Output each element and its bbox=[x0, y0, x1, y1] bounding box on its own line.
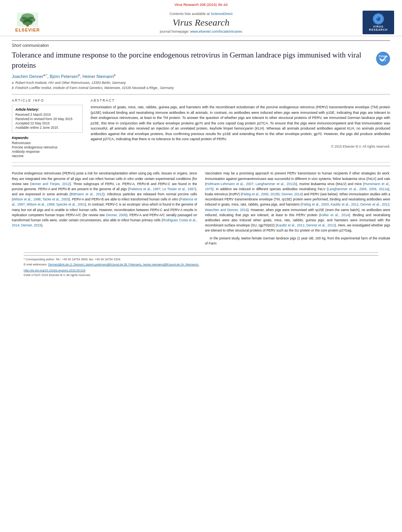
ref-tacke[interactable]: Tacke et al., 2003 bbox=[43, 197, 69, 201]
keyword-2: Porcine endogenous retrovirus bbox=[12, 145, 83, 149]
main-para-1: Porcine endogenous retroviruses (PERVs) … bbox=[12, 171, 197, 228]
header-left: ELSEVIER bbox=[8, 12, 55, 33]
crossmark-logo[interactable]: Cross Mark bbox=[376, 52, 390, 66]
article-type: Short communication bbox=[12, 40, 390, 48]
abstract-heading: ABSTRACT bbox=[91, 98, 390, 102]
article-body: Short communication Tolerance and immune… bbox=[0, 36, 402, 286]
journal-ref: Virus Research 208 (2015) 39–43 bbox=[175, 3, 228, 7]
ref-langhammer2011b[interactable]: Langhammer et al., 2011b bbox=[256, 182, 296, 186]
divider bbox=[12, 162, 390, 163]
main-para-right-2: In the present study, twelve female Germ… bbox=[205, 236, 390, 246]
ref-keller[interactable]: Keller et al., 2014 bbox=[320, 213, 349, 217]
keyword-1: Retroviruses bbox=[12, 141, 83, 145]
ref-denner2012[interactable]: Denner et al., 2012 bbox=[361, 202, 389, 206]
affil-b-marker: b bbox=[12, 85, 14, 91]
affiliations: a Robert Koch Institute, HIV and Other R… bbox=[12, 80, 390, 91]
ref-denner2012b[interactable]: Denner et al., 2012 bbox=[306, 223, 335, 227]
footer-doi: http://dx.doi.org/10.1016/j.virusres.201… bbox=[24, 268, 378, 272]
header-right: VIRUSRESEARCH bbox=[347, 11, 394, 34]
ref-denner2014[interactable]: Denner, 2014 bbox=[281, 192, 302, 196]
main-right-column: Vaccination may be a promising approach … bbox=[205, 171, 390, 248]
ref-kaulitz2011[interactable]: Kaulitz et al., 2011 bbox=[331, 202, 359, 206]
sciencedirect-link[interactable]: ScienceDirect bbox=[211, 12, 233, 16]
svg-point-4 bbox=[22, 20, 32, 25]
ref-wilson1998[interactable]: Wilson et al., 1998 bbox=[13, 197, 41, 201]
ref-denner-tonjes[interactable]: Denner and Tönjes, 2012 bbox=[30, 182, 70, 186]
header-center: Contents lists available at ScienceDirec… bbox=[55, 12, 347, 33]
author-denner-sup: a,* bbox=[43, 73, 47, 77]
footer-issn: 0168-1702/© 2015 Elsevier B.V. All right… bbox=[24, 273, 378, 277]
abstract-text: Immunisation of goats, mice, rats, rabbi… bbox=[91, 105, 390, 142]
journal-homepage: journal homepage: www.elsevier.com/locat… bbox=[55, 30, 347, 33]
received-date: Received 3 March 2015 bbox=[15, 113, 79, 117]
accepted-date: Accepted 22 May 2015 bbox=[15, 121, 79, 125]
abstract-column: ABSTRACT Immunisation of goats, mice, ra… bbox=[91, 98, 390, 158]
footer-emails: E-mail addresses: Dennerj@rki.de (J. Den… bbox=[24, 262, 378, 267]
virus-logo-icon bbox=[373, 13, 384, 24]
elsevier-logo: ELSEVIER bbox=[8, 12, 47, 33]
copyright-line: © 2015 Elsevier B.V. All rights reserved… bbox=[91, 145, 390, 148]
article-title: Tolerance and immune response to the por… bbox=[12, 50, 372, 70]
ref-wilson2[interactable]: Wilson et al., 1998 bbox=[27, 202, 54, 206]
main-para-right-1: Vaccination may be a promising approach … bbox=[205, 171, 390, 233]
affil-b-text: Friedrich Loeffler Institut, Institute o… bbox=[15, 85, 174, 91]
keywords-box: Keywords: Retroviruses Porcine endogenou… bbox=[12, 136, 83, 158]
ref-fiebig2003[interactable]: Fiebig et al., 2003 bbox=[302, 202, 329, 206]
keyword-4: Vaccine bbox=[12, 154, 83, 158]
svg-rect-5 bbox=[26, 25, 28, 27]
online-date: Available online 2 June 2015 bbox=[15, 126, 79, 130]
ref-denner2008[interactable]: Denner, 2008 bbox=[106, 213, 127, 217]
affiliation-a: a Robert Koch Institute, HIV and Other R… bbox=[12, 80, 390, 85]
affil-a-marker: a bbox=[12, 80, 14, 85]
article-history-title: Article history: bbox=[15, 108, 79, 111]
keywords-title: Keywords: bbox=[12, 136, 83, 140]
main-content: Porcine endogenous retroviruses (PERVs) … bbox=[12, 166, 390, 248]
author-denner[interactable]: Joachim Denner bbox=[12, 74, 43, 79]
main-left-column: Porcine endogenous retroviruses (PERVs) … bbox=[12, 171, 197, 248]
page-container: Virus Research 208 (2015) 39–43 ELSEVIER bbox=[0, 0, 402, 532]
homepage-link[interactable]: www.elsevier.com/locate/virusres bbox=[190, 30, 242, 33]
sciencedirect-text: Contents lists available at bbox=[169, 12, 210, 16]
author-niemann[interactable]: Heiner Niemann bbox=[82, 74, 114, 79]
elsevier-label: ELSEVIER bbox=[15, 28, 40, 32]
journal-title: Virus Research bbox=[55, 17, 347, 28]
email-label: E-mail addresses: bbox=[24, 263, 47, 266]
ref-patience[interactable]: Patience et al., 1997 bbox=[129, 187, 160, 191]
ref-waechter[interactable]: Waechter and Denner, 2014 bbox=[205, 208, 248, 212]
keyword-3: Antibody response bbox=[12, 150, 83, 154]
virus-logo-text: VIRUSRESEARCH bbox=[369, 25, 387, 32]
ref-kaulitz2[interactable]: Kaulitz et al., 2011 bbox=[277, 223, 304, 227]
footer-area: * Corresponding author. Tel.: +49 30 187… bbox=[24, 252, 378, 277]
article-info-heading: ARTICLE INFO bbox=[12, 98, 83, 102]
doi-link[interactable]: http://dx.doi.org/10.1016/j.virusres.201… bbox=[24, 269, 86, 272]
ref-bittmann[interactable]: Bittmann et al., 2012 bbox=[71, 192, 103, 196]
affil-a-text: Robert Koch Institute, HIV and Other Ret… bbox=[15, 80, 126, 85]
ref-langhammer2005[interactable]: Langhammer et al., 2005, 2006, 2011a bbox=[328, 187, 388, 191]
tree-icon bbox=[16, 13, 39, 27]
ref-denner2015[interactable]: Denner, 2015 bbox=[21, 223, 41, 227]
svg-point-8 bbox=[376, 17, 378, 19]
sciencedirect-line: Contents lists available at ScienceDirec… bbox=[55, 12, 347, 16]
ref-letissier[interactable]: Le Tissier et al., 1997 bbox=[162, 187, 195, 191]
homepage-text: journal homepage: bbox=[160, 30, 189, 33]
author-petersen[interactable]: Björn Petersen bbox=[50, 74, 78, 79]
affiliation-b: b Friedrich Loeffler Institut, Institute… bbox=[12, 85, 390, 91]
ref-hofmann[interactable]: Hofmann-Lehmann et al., 2007 bbox=[206, 182, 253, 186]
authors: Joachim Dennera,*, Björn Petersenb, Hein… bbox=[12, 73, 390, 79]
footer-note: * Corresponding author. Tel.: +49 30 187… bbox=[24, 257, 378, 261]
ref-fiebig2006[interactable]: Fiebig et al., 2006, 2015b bbox=[242, 192, 279, 196]
top-bar: Virus Research 208 (2015) 39–43 bbox=[0, 0, 402, 7]
ref-specke[interactable]: Specke et al., 2001 bbox=[56, 202, 85, 206]
email-link[interactable]: Dennerj@rki.de (J. Denner), bjoern.peter… bbox=[48, 263, 199, 266]
revised-date: Received in revised form 20 May 2015 bbox=[15, 117, 79, 121]
article-info-column: ARTICLE INFO Article history: Received 3… bbox=[12, 98, 83, 158]
header-area: ELSEVIER Contents lists available at Sci… bbox=[0, 7, 402, 36]
virus-research-logo: VIRUSRESEARCH bbox=[363, 11, 394, 34]
article-info-abstract: ARTICLE INFO Article history: Received 3… bbox=[12, 94, 390, 158]
article-title-area: Tolerance and immune response to the por… bbox=[12, 50, 390, 70]
article-history-box: Article history: Received 3 March 2015 R… bbox=[12, 105, 83, 133]
